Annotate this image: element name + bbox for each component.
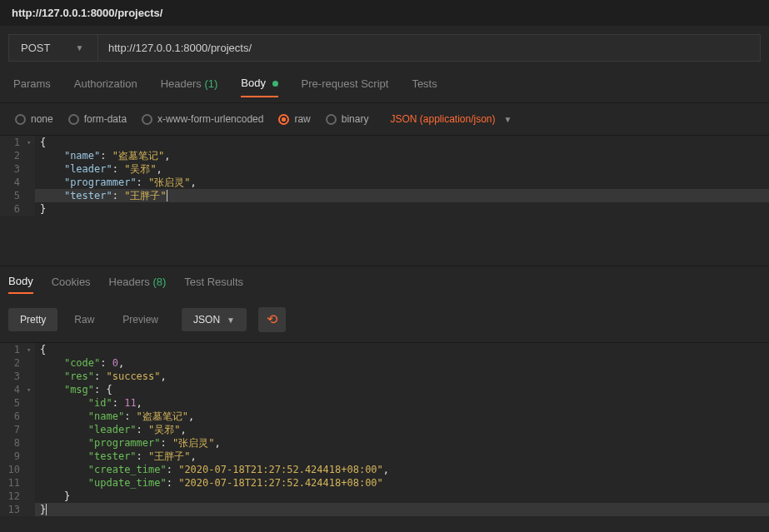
code-line[interactable]: 2 "name": "盗墓笔记",: [0, 149, 769, 162]
fold-icon: [27, 423, 35, 436]
wrap-button[interactable]: ⟲: [258, 307, 286, 332]
fold-icon: [27, 370, 35, 383]
format-select[interactable]: JSON ▼: [182, 308, 247, 331]
code-text: "res": "success",: [35, 370, 769, 383]
resp-tab-tests[interactable]: Test Results: [184, 276, 243, 293]
resp-tab-body[interactable]: Body: [8, 275, 33, 294]
content-type-select[interactable]: JSON (application/json) ▼: [390, 113, 512, 125]
radio-icon: [278, 114, 289, 125]
code-text: "update_time": "2020-07-18T21:27:52.4244…: [35, 476, 769, 490]
fold-icon[interactable]: ▾: [27, 383, 35, 396]
line-number: 4: [0, 176, 27, 189]
code-line[interactable]: 12 }: [0, 490, 769, 503]
url-input[interactable]: http://127.0.0.1:8000/projects/: [98, 34, 761, 62]
code-text: "programmer": "张启灵",: [35, 436, 769, 450]
tab-headers[interactable]: Headers (1): [161, 77, 218, 97]
line-number: 10: [0, 463, 27, 476]
radio-xwww[interactable]: x-www-form-urlencoded: [142, 113, 263, 125]
line-number: 4: [0, 383, 27, 396]
response-tabs: Body Cookies Headers (8) Test Results: [0, 266, 769, 297]
response-body-editor[interactable]: 1▾{2 "code": 0,3 "res": "success",4▾ "ms…: [0, 342, 769, 516]
code-line[interactable]: 1▾{: [0, 136, 769, 149]
tab-prerequest[interactable]: Pre-request Script: [302, 77, 389, 97]
request-tabs: Params Authorization Headers (1) Body Pr…: [0, 62, 769, 103]
method-select[interactable]: POST ▼: [8, 34, 98, 62]
method-label: POST: [21, 42, 50, 54]
resp-tab-headers-label: Headers: [109, 276, 150, 288]
line-number: 1: [0, 343, 27, 356]
fold-icon: [27, 396, 35, 410]
fold-icon: [27, 476, 35, 490]
radio-none[interactable]: none: [15, 113, 53, 125]
response-toolbar: Pretty Raw Preview JSON ▼ ⟲: [0, 297, 769, 342]
code-text: "leader": "吴邪",: [35, 162, 769, 176]
line-number: 12: [0, 490, 27, 503]
fold-icon: [27, 149, 35, 162]
fold-icon[interactable]: ▾: [27, 343, 35, 356]
radio-icon: [15, 114, 26, 125]
tab-params[interactable]: Params: [13, 77, 51, 97]
code-line[interactable]: 5 "id": 11,: [0, 396, 769, 410]
code-line[interactable]: 8 "programmer": "张启灵",: [0, 436, 769, 450]
code-line[interactable]: 4 "programmer": "张启灵",: [0, 176, 769, 189]
code-line[interactable]: 3 "res": "success",: [0, 370, 769, 383]
code-text: }: [35, 490, 769, 503]
line-number: 3: [0, 162, 27, 176]
tab-authorization[interactable]: Authorization: [74, 77, 137, 97]
preview-button[interactable]: Preview: [111, 308, 170, 331]
code-line[interactable]: 4▾ "msg": {: [0, 383, 769, 396]
fold-icon: [27, 450, 35, 463]
fold-icon: [27, 202, 35, 216]
fold-icon: [27, 410, 35, 423]
tab-tests[interactable]: Tests: [412, 77, 437, 97]
tab-body-label: Body: [241, 77, 266, 89]
line-number: 9: [0, 450, 27, 463]
code-line[interactable]: 5 "tester": "王胖子": [0, 189, 769, 202]
code-text: "code": 0,: [35, 356, 769, 370]
code-text: "tester": "王胖子": [35, 189, 769, 202]
tab-body[interactable]: Body: [241, 77, 277, 97]
request-body-editor[interactable]: 1▾{2 "name": "盗墓笔记",3 "leader": "吴邪",4 "…: [0, 135, 769, 216]
line-number: 13: [0, 503, 27, 516]
code-line[interactable]: 6 "name": "盗墓笔记",: [0, 410, 769, 423]
line-number: 5: [0, 189, 27, 202]
content-type-label: JSON (application/json): [390, 113, 495, 125]
url-row: POST ▼ http://127.0.0.1:8000/projects/: [0, 26, 769, 62]
line-number: 2: [0, 149, 27, 162]
resp-tab-cookies[interactable]: Cookies: [52, 276, 91, 293]
code-text: "name": "盗墓笔记",: [35, 410, 769, 423]
code-text: "programmer": "张启灵",: [35, 176, 769, 189]
radio-binary[interactable]: binary: [326, 113, 369, 125]
code-line[interactable]: 6}: [0, 202, 769, 216]
line-number: 6: [0, 410, 27, 423]
radio-form-data[interactable]: form-data: [68, 113, 127, 125]
raw-button[interactable]: Raw: [62, 308, 106, 331]
code-line[interactable]: 2 "code": 0,: [0, 356, 769, 370]
code-text: "msg": {: [35, 383, 769, 396]
code-line[interactable]: 10 "create_time": "2020-07-18T21:27:52.4…: [0, 463, 769, 476]
headers-count: (1): [204, 77, 217, 90]
radio-icon: [326, 114, 337, 125]
code-line[interactable]: 13}: [0, 503, 769, 516]
body-indicator-icon: [272, 81, 278, 87]
fold-icon[interactable]: ▾: [27, 136, 35, 149]
fold-icon: [27, 176, 35, 189]
code-line[interactable]: 3 "leader": "吴邪",: [0, 162, 769, 176]
code-line[interactable]: 9 "tester": "王胖子",: [0, 450, 769, 463]
chevron-down-icon: ▼: [75, 43, 83, 52]
resp-headers-count: (8): [152, 276, 166, 288]
code-text: "id": 11,: [35, 396, 769, 410]
radio-raw[interactable]: raw: [278, 113, 310, 125]
tab-title[interactable]: http://127.0.0.1:8000/projects/: [0, 0, 769, 26]
line-number: 8: [0, 436, 27, 450]
resp-tab-headers[interactable]: Headers (8): [109, 276, 167, 293]
line-number: 5: [0, 396, 27, 410]
code-line[interactable]: 7 "leader": "吴邪",: [0, 423, 769, 436]
code-line[interactable]: 11 "update_time": "2020-07-18T21:27:52.4…: [0, 476, 769, 490]
code-line[interactable]: 1▾{: [0, 343, 769, 356]
code-text: "tester": "王胖子",: [35, 450, 769, 463]
code-text: "leader": "吴邪",: [35, 423, 769, 436]
line-number: 11: [0, 476, 27, 490]
body-type-row: none form-data x-www-form-urlencoded raw…: [0, 103, 769, 135]
pretty-button[interactable]: Pretty: [8, 308, 57, 331]
